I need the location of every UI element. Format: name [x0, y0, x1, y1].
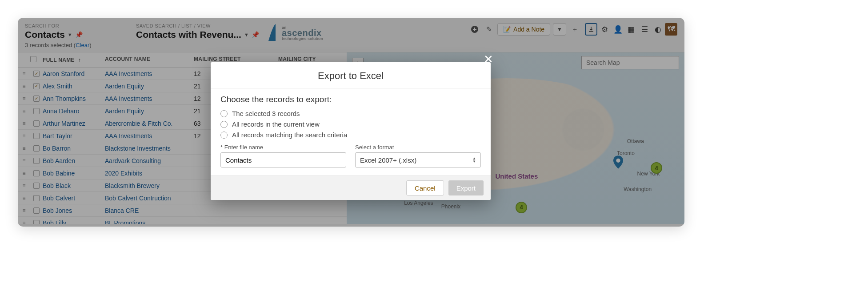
gear-icon[interactable]: ⚙ [598, 23, 611, 36]
contact-name-link[interactable]: Bo Barron [43, 145, 71, 152]
sort-asc-icon[interactable]: ↑ [78, 57, 81, 63]
account-name-link[interactable]: Bob Calvert Contruction [105, 195, 171, 202]
account-name-link[interactable]: AAA Investments [105, 132, 152, 140]
saved-search-caret-icon[interactable]: ▼ [244, 32, 249, 37]
account-name-link[interactable]: Blanca CRE [105, 207, 139, 214]
row-checkbox[interactable]: ✓ [33, 83, 40, 89]
row-checkbox[interactable] [33, 220, 40, 224]
cancel-button[interactable]: Cancel [406, 180, 444, 195]
table-row[interactable]: ≡Bob LillyBL Promotions [18, 217, 347, 224]
contact-name-link[interactable]: Ann Thompkins [43, 95, 86, 102]
saved-search-title[interactable]: Contacts with Revenu... [136, 29, 241, 40]
clear-selection-link[interactable]: Clear [76, 42, 89, 48]
drag-handle-icon[interactable]: ≡ [18, 183, 30, 189]
map-label-la: Los Angeles [404, 200, 433, 206]
account-name-link[interactable]: 2020 Exhibits [105, 170, 142, 177]
row-checkbox[interactable]: ✓ [33, 96, 40, 102]
row-checkbox[interactable] [33, 133, 40, 139]
col-account-name[interactable]: ACCOUNT NAME [105, 56, 194, 64]
contact-name-link[interactable]: Bob Jones [43, 207, 72, 214]
row-checkbox[interactable] [33, 145, 40, 152]
add-circle-icon[interactable] [469, 24, 480, 35]
map-pin-icon[interactable] [613, 155, 623, 169]
contact-name-link[interactable]: Bob Black [43, 182, 71, 189]
map-cluster-badge[interactable]: 4 [516, 202, 527, 213]
contact-name-link[interactable]: Arthur Martinez [43, 120, 85, 127]
plus-icon[interactable]: ＋ [569, 24, 580, 35]
contact-name-link[interactable]: Bob Lilly [43, 219, 66, 224]
account-name-link[interactable]: Aarden Equity [105, 108, 144, 115]
contact-name-link[interactable]: Bob Calvert [43, 195, 75, 202]
modal-close-icon[interactable]: ✕ [484, 52, 493, 66]
records-selected-info: 3 records selected (Clear) [25, 42, 136, 48]
drag-handle-icon[interactable]: ≡ [18, 145, 30, 152]
saved-search-pin-icon[interactable]: 📌 [252, 31, 259, 38]
contact-name-link[interactable]: Anna Deharo [43, 108, 80, 115]
contact-name-link[interactable]: Bob Babine [43, 170, 75, 177]
drag-handle-icon[interactable]: ≡ [18, 170, 30, 176]
account-name-link[interactable]: Abercrombie & Fitch Co. [105, 120, 173, 127]
export-button[interactable]: Export [448, 180, 484, 195]
drag-handle-icon[interactable]: ≡ [18, 120, 30, 127]
download-icon[interactable] [585, 23, 597, 36]
drag-handle-icon[interactable]: ≡ [18, 133, 30, 139]
account-name-link[interactable]: Blackstone Investments [105, 145, 171, 152]
drag-handle-icon[interactable]: ≡ [18, 195, 30, 201]
drag-handle-icon[interactable]: ≡ [18, 71, 30, 77]
row-checkbox[interactable] [33, 108, 40, 114]
search-title[interactable]: Contacts [25, 29, 65, 40]
search-for-label: SEARCH FOR [25, 23, 136, 28]
drag-handle-icon[interactable]: ≡ [18, 220, 30, 224]
row-checkbox[interactable] [33, 120, 40, 127]
edit-pencil-icon[interactable]: ✎ [483, 24, 495, 35]
filename-input[interactable] [220, 152, 346, 167]
contact-name-link[interactable]: Bart Taylor [43, 132, 72, 140]
contact-name-link[interactable]: Bob Aarden [43, 157, 75, 164]
search-pin-icon[interactable]: 📌 [75, 31, 83, 38]
table-row[interactable]: ≡Bob JonesBlanca CRE [18, 204, 347, 217]
search-map-input[interactable] [581, 56, 679, 69]
drag-handle-icon[interactable]: ≡ [18, 207, 30, 214]
map-toggle-icon[interactable]: 🗺 [665, 23, 677, 36]
drag-handle-icon[interactable]: ≡ [18, 158, 30, 164]
pie-chart-icon[interactable]: ◐ [652, 23, 664, 36]
drag-handle-icon[interactable]: ≡ [18, 108, 30, 114]
drag-handle-icon[interactable]: ≡ [18, 96, 30, 102]
user-icon[interactable]: 👤 [612, 23, 624, 36]
radio-option-search-criteria[interactable]: All records matching the search criteria [220, 131, 481, 139]
row-checkbox[interactable] [33, 195, 40, 201]
select-spinner-icon[interactable]: ▲▼ [472, 157, 476, 163]
account-name-link[interactable]: AAA Investments [105, 95, 152, 102]
contact-name-link[interactable]: Aaron Stanford [43, 70, 84, 77]
radio-icon[interactable] [220, 132, 228, 139]
layout-icon[interactable]: ▦ [625, 23, 637, 36]
row-checkbox[interactable] [33, 158, 40, 164]
list-lines-icon[interactable]: ☰ [638, 23, 651, 36]
row-checkbox[interactable] [33, 183, 40, 189]
drag-handle-icon[interactable]: ≡ [18, 83, 30, 89]
radio-option-selected[interactable]: The selected 3 records [220, 110, 481, 117]
row-checkbox[interactable] [33, 170, 40, 176]
map-label-dc: Washington [624, 186, 652, 192]
row-checkbox[interactable]: ✓ [33, 71, 40, 77]
radio-option-current-view[interactable]: All records in the current view [220, 120, 481, 128]
account-name-link[interactable]: Aardvark Consulting [105, 157, 161, 164]
contact-name-link[interactable]: Alex Smith [43, 83, 72, 90]
search-title-caret-icon[interactable]: ▼ [68, 32, 72, 37]
add-note-dropdown-button[interactable]: ▼ [553, 23, 566, 36]
account-name-link[interactable]: Blacksmith Brewery [105, 182, 160, 189]
format-select[interactable]: Excel 2007+ (.xlsx) ▲▼ [355, 152, 481, 167]
brand-logo: an ascendix technologies solution [267, 23, 323, 43]
account-name-link[interactable]: AAA Investments [105, 70, 152, 77]
account-name-link[interactable]: BL Promotions [105, 219, 145, 224]
col-full-name[interactable]: FULL NAME [43, 57, 75, 63]
radio-icon[interactable] [220, 110, 228, 117]
account-name-link[interactable]: Aarden Equity [105, 83, 144, 90]
map-cluster-badge[interactable]: 4 [651, 162, 662, 174]
row-checkbox[interactable] [33, 207, 40, 214]
saved-search-block: SAVED SEARCH / LIST / VIEW Contacts with… [136, 23, 269, 40]
radio-icon[interactable] [220, 121, 228, 128]
add-note-button[interactable]: 📝 Add a Note [497, 23, 550, 36]
note-icon: 📝 [503, 26, 511, 33]
select-all-checkbox[interactable] [30, 56, 36, 62]
